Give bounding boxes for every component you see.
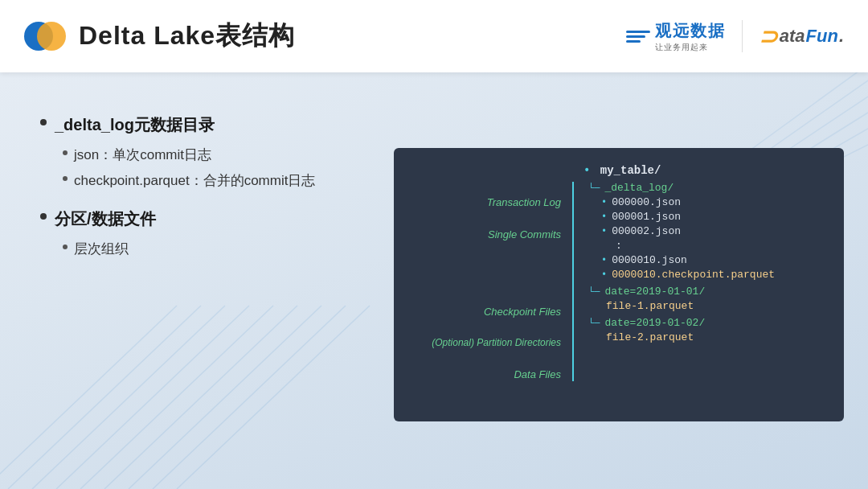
label-partition: (Optional) Partition Directories: [407, 336, 561, 350]
slide: Delta Lake表结构 观远数据 让业务用起来: [0, 0, 868, 489]
label-data-files: Data Files: [407, 368, 561, 382]
tree-item-dots: :: [583, 240, 831, 252]
label-transaction-log: Transaction Log: [407, 195, 561, 210]
bullet-sub-text-1-1: json：单次commit日志: [74, 145, 211, 166]
datafun-dot: .: [839, 26, 844, 47]
bullet-dot-small-1-2: [63, 176, 68, 181]
bullet-dot-small-1-1: [63, 150, 68, 155]
bullet-main-text-1: _delta_log元数据目录: [55, 113, 215, 137]
tree-structure: • my_table/ └─ _delta_log/ • 000000.json: [567, 164, 831, 405]
header-logos: 观远数据 让业务用起来 ⊃ ata Fun .: [626, 20, 844, 53]
datafun-text: ata: [780, 26, 805, 47]
label-data-files-text: Data Files: [514, 368, 561, 382]
diagram-panel: Transaction Log Single Commits Checkpoin…: [394, 105, 844, 465]
bullet-main-1: _delta_log元数据目录: [40, 113, 362, 137]
svg-point-16: [37, 22, 66, 51]
tree-item-000000: • 000000.json: [583, 196, 831, 208]
tree-item-0000010-json: • 0000010.json: [583, 254, 831, 266]
bullet-sub-2-1: 层次组织: [63, 239, 362, 260]
guanyuan-sub: 让业务用起来: [655, 42, 726, 53]
header: Delta Lake表结构 观远数据 让业务用起来: [0, 0, 868, 72]
tree-item-date-01-02: └─ date=2019-01-02/: [583, 317, 831, 329]
tree-item-000001: • 000001.json: [583, 211, 831, 223]
datafun-logo: ⊃ ata Fun .: [759, 23, 844, 50]
tree-root: • my_table/: [583, 164, 831, 177]
logo-divider: [742, 20, 743, 52]
diagram-box: Transaction Log Single Commits Checkpoin…: [394, 148, 844, 421]
page-title: Delta Lake表结构: [79, 18, 295, 54]
diagram-labels: Transaction Log Single Commits Checkpoin…: [407, 164, 567, 405]
main-content: _delta_log元数据目录 json：单次commit日志 checkpoi…: [0, 80, 868, 489]
brand-logo-icon: [24, 15, 66, 57]
bullet-dot-small-2-1: [63, 244, 68, 249]
bullet-main-text-2: 分区/数据文件: [55, 207, 156, 231]
guanyuan-name: 观远数据: [655, 20, 726, 42]
bullet-sub-1-2: checkpoint.parquet：合并的commit日志: [63, 171, 362, 191]
sub-bullets-1: json：单次commit日志 checkpoint.parquet：合并的co…: [63, 145, 362, 191]
tree-content: • my_table/ └─ _delta_log/ • 000000.json: [567, 164, 831, 343]
label-checkpoint-text: Checkpoint Files: [484, 305, 561, 319]
tree-item-0000010-checkpoint: • 0000010.checkpoint.parquet: [583, 269, 831, 281]
tree-item-delta-log: └─ _delta_log/: [583, 182, 831, 194]
bullet-sub-text-2-1: 层次组织: [74, 239, 129, 260]
label-partition-text: (Optional) Partition Directories: [432, 336, 561, 350]
text-panel: _delta_log元数据目录 json：单次commit日志 checkpoi…: [40, 105, 362, 465]
label-checkpoint: Checkpoint Files: [407, 305, 561, 319]
label-single-commits: Single Commits: [407, 228, 561, 242]
tree-item-000002: • 000002.json: [583, 225, 831, 237]
bullet-dot-1: [40, 119, 47, 125]
sub-bullets-2: 层次组织: [63, 239, 362, 260]
tree-item-file2: file-2.parquet: [583, 331, 831, 343]
bullet-main-2: 分区/数据文件: [40, 207, 362, 231]
datafun-fun: Fun: [806, 26, 838, 47]
bullet-sub-text-1-2: checkpoint.parquet：合并的commit日志: [74, 171, 315, 191]
tree-item-file1: file-1.parquet: [583, 300, 831, 312]
label-transaction-log-text: Transaction Log: [487, 195, 561, 210]
guanyuan-logo: 观远数据 让业务用起来: [626, 20, 726, 53]
bullet-dot-2: [40, 213, 47, 220]
tree-item-date-01-01: └─ date=2019-01-01/: [583, 286, 831, 298]
datafun-d-icon: ⊃: [759, 23, 777, 50]
bullet-sub-1-1: json：单次commit日志: [63, 145, 362, 166]
tree-vertical-line: [572, 182, 574, 381]
label-single-commits-text: Single Commits: [488, 228, 561, 242]
